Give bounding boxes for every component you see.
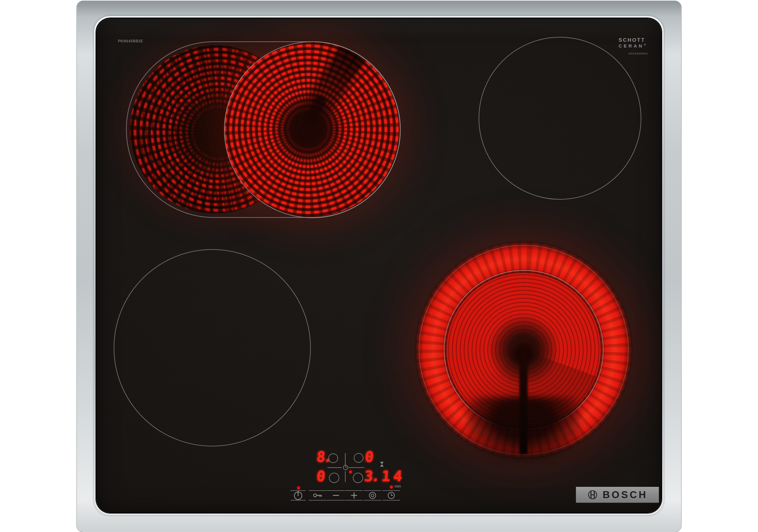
burner-back-left-circle-outline	[224, 41, 400, 218]
zone-select-led	[349, 471, 352, 473]
dual-zone-button[interactable]	[364, 490, 381, 501]
plus-icon	[350, 492, 358, 499]
display-front-left-level: 0	[316, 469, 324, 483]
zone-indicator-back-right	[354, 453, 363, 463]
timer-min-led	[390, 486, 393, 488]
child-lock-button[interactable]	[309, 490, 327, 501]
power-icon	[293, 490, 303, 501]
registered-mark: ®	[644, 43, 646, 46]
ceramic-glass: PKN645BB2E SCHOTT CERAN® 9001608601 8.	[96, 18, 661, 513]
product-photo: PKN645BB2E SCHOTT CERAN® 9001608601 8.	[0, 0, 758, 532]
crosshair-line-bottom	[345, 471, 346, 482]
minus-icon	[332, 492, 339, 499]
zone-indicator-front-left	[329, 473, 339, 483]
zone-indicator-back-left	[328, 453, 338, 463]
crosshair-line-right	[349, 467, 364, 468]
crosshair-clock-icon	[343, 465, 348, 470]
power-led	[297, 487, 300, 489]
timer-unit-label: min	[395, 484, 401, 488]
clock-icon	[387, 491, 395, 499]
bosch-badge: BOSCH	[576, 487, 659, 503]
display-timer-minutes: 14	[381, 469, 406, 483]
schott-brand-line1: SCHOTT	[619, 37, 645, 43]
ceran-text: CERAN	[619, 43, 644, 49]
key-icon	[313, 493, 323, 498]
display-back-right-level: 0	[364, 449, 372, 464]
crosshair-line-left	[327, 467, 342, 468]
display-front-right-level: 3.	[364, 469, 379, 483]
model-number-label: PKN645BB2E	[118, 39, 143, 43]
timer-button[interactable]	[383, 490, 400, 501]
crosshair-line-top	[345, 453, 346, 465]
burner-front-left-outline	[114, 249, 311, 446]
hourglass-icon	[379, 461, 384, 467]
schott-brand-line2: CERAN®	[619, 43, 646, 49]
ring-gap-shadow	[466, 397, 581, 462]
zone-indicator-front-right	[353, 473, 363, 483]
bosch-logo-text: BOSCH	[603, 489, 648, 501]
burner-front-right	[415, 241, 633, 459]
glass-serial-number: 9001608601	[629, 52, 648, 55]
bosch-logo-icon	[587, 489, 598, 500]
power-button[interactable]	[291, 490, 306, 501]
increase-button[interactable]	[345, 490, 363, 501]
dual-zone-icon	[368, 491, 376, 499]
burner-back-right-outline	[479, 37, 641, 199]
decrease-button[interactable]	[327, 490, 345, 501]
